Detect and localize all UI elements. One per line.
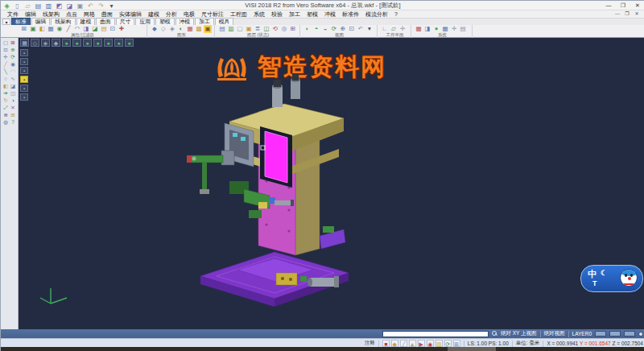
shaded-view-icon[interactable]: ◆ bbox=[151, 25, 159, 33]
menu-item[interactable]: 分析 bbox=[163, 10, 180, 18]
ime-mode-button[interactable]: 中 bbox=[588, 268, 597, 280]
maximize-button[interactable]: ❐ bbox=[616, 1, 630, 10]
mdi-minimize-button[interactable]: — bbox=[613, 10, 622, 18]
material-icon[interactable]: ▩ bbox=[195, 25, 203, 33]
minimize-button[interactable]: — bbox=[601, 1, 616, 10]
zoom-window-tool-icon[interactable]: ⊡ bbox=[2, 47, 9, 53]
menu-item[interactable]: 点云 bbox=[63, 10, 80, 18]
menu-item[interactable]: 文件 bbox=[4, 10, 22, 18]
state-restore-icon[interactable]: ⟲ bbox=[271, 25, 279, 33]
attributes-icon[interactable]: ▣ bbox=[29, 25, 37, 33]
menu-item[interactable]: 加工 bbox=[286, 10, 303, 18]
ime-skin-icon[interactable]: T bbox=[592, 279, 597, 287]
hidden-line-icon[interactable]: ◈ bbox=[168, 25, 176, 33]
highlight-icon[interactable]: ▣ bbox=[204, 25, 212, 33]
annotation-toggle[interactable]: 注释 bbox=[365, 340, 375, 347]
menu-item[interactable]: 模流分析 bbox=[362, 10, 391, 18]
point-tool-icon[interactable]: ◉ bbox=[10, 61, 16, 68]
filter-points-icon[interactable]: ◉ bbox=[56, 25, 64, 33]
solid-tool-icon[interactable]: ◪ bbox=[10, 83, 16, 89]
front-view-icon[interactable]: ◒ bbox=[321, 25, 329, 33]
info-tool-icon[interactable]: ◍ bbox=[2, 119, 9, 126]
rotate-view-tool-icon[interactable]: ⟳ bbox=[10, 54, 16, 60]
crosshair-icon[interactable]: ⊞ bbox=[453, 340, 460, 347]
iso-view-icon[interactable]: ◐ bbox=[303, 25, 312, 33]
pencil-icon[interactable]: ╱ bbox=[400, 340, 407, 347]
menu-item[interactable]: 曲面 bbox=[98, 10, 116, 18]
erase-icon[interactable]: ⊠ bbox=[20, 25, 28, 33]
mdi-close-button[interactable]: ✕ bbox=[632, 10, 642, 18]
named-views-icon[interactable]: ▾ bbox=[365, 25, 374, 33]
printer-icon[interactable]: ▤ bbox=[459, 25, 467, 33]
move-tool-icon[interactable]: ➔ bbox=[2, 90, 9, 97]
scale-tool-icon[interactable]: ⤢ bbox=[2, 105, 9, 111]
quick-select-icon[interactable]: ✚ bbox=[118, 25, 126, 33]
trim-tool-icon[interactable]: ✕ bbox=[10, 105, 16, 111]
menu-item[interactable]: ? bbox=[391, 10, 401, 18]
menu-item[interactable]: 工程图 bbox=[227, 10, 250, 18]
screenshot-icon[interactable]: ◨ bbox=[423, 25, 431, 33]
line-tool-icon[interactable]: ╲ bbox=[2, 68, 9, 75]
view-status[interactable]: 绝对视图 bbox=[544, 330, 565, 337]
mirror-tool-icon[interactable]: ◑ bbox=[10, 97, 16, 104]
menu-item[interactable]: 线架构 bbox=[39, 10, 63, 18]
layer-status[interactable]: LAYER0 bbox=[572, 331, 592, 337]
wireframe-view-icon[interactable]: ◇ bbox=[159, 25, 167, 33]
taskbar-active-app[interactable] bbox=[448, 347, 496, 351]
attribute-brush-icon[interactable]: ◧ bbox=[38, 25, 46, 33]
refresh-icon[interactable]: ⟳ bbox=[444, 340, 452, 347]
ime-moon-icon[interactable]: ☾ bbox=[601, 269, 607, 277]
close-button[interactable]: ✕ bbox=[630, 1, 644, 10]
top-view-icon[interactable]: ◓ bbox=[312, 25, 320, 33]
menu-item[interactable]: 电极 bbox=[180, 10, 198, 18]
color-table-icon[interactable]: ▦ bbox=[186, 25, 194, 33]
menu-item[interactable]: 建模 bbox=[145, 10, 163, 18]
ime-toolbar[interactable]: 中 ☾ T bbox=[580, 265, 643, 292]
copy-tool-icon[interactable]: ◫ bbox=[10, 90, 16, 97]
layer-on-icon[interactable]: ▥ bbox=[227, 25, 235, 33]
zoom-fit-tool-icon[interactable]: ⊕ bbox=[10, 47, 16, 53]
measure-tool-icon[interactable]: ╱ bbox=[2, 61, 9, 68]
flag-icon[interactable]: ▲ bbox=[409, 340, 416, 347]
help-tool-icon[interactable]: ? bbox=[10, 119, 16, 126]
color-swatch-icon[interactable]: ■ bbox=[382, 340, 390, 347]
menu-item[interactable]: 塑模 bbox=[303, 10, 321, 18]
menu-item[interactable]: 编辑 bbox=[22, 10, 39, 18]
tools-icon[interactable]: ✛ bbox=[450, 25, 458, 33]
rotate-tool-icon[interactable]: ↻ bbox=[2, 97, 9, 104]
workplane-status[interactable]: 绝对 XY 上视图 bbox=[501, 330, 537, 337]
selection-mask-icon[interactable]: ⊡ bbox=[109, 25, 117, 33]
paintbrush-icon[interactable]: ◆ bbox=[391, 340, 398, 347]
arc-tool-icon[interactable]: ◠ bbox=[10, 68, 16, 75]
layer-new-icon[interactable]: ▤ bbox=[218, 25, 226, 33]
search-icon[interactable] bbox=[492, 331, 497, 337]
marker-icon[interactable]: ◉ bbox=[427, 340, 434, 347]
toolbar-dropdown-button[interactable]: ▾ bbox=[2, 19, 10, 25]
curve-tool-icon[interactable]: ∿ bbox=[10, 76, 16, 82]
zoom-window-icon[interactable]: ⊡ bbox=[348, 25, 356, 33]
menu-item[interactable]: 标准件 bbox=[339, 10, 362, 18]
menu-item[interactable]: 冲模 bbox=[321, 10, 339, 18]
menu-item[interactable]: 尺寸标注 bbox=[198, 10, 227, 18]
film-icon[interactable]: ▥ bbox=[436, 340, 443, 347]
menu-item[interactable]: 实体编辑 bbox=[116, 10, 145, 18]
erase-tool-icon[interactable]: ⊠ bbox=[10, 39, 16, 46]
filter-all-icon[interactable]: ▦ bbox=[47, 25, 55, 33]
viewport-3d[interactable]: ▦◇◈◆●●●●●●● ▪▪▪▪▪▪ 智造资料网 bbox=[19, 38, 644, 329]
layer-off-icon[interactable]: ▢ bbox=[236, 25, 244, 33]
mdi-restore-button[interactable]: ❐ bbox=[622, 10, 632, 18]
menu-item[interactable]: 系统 bbox=[250, 10, 268, 18]
circle-tool-icon[interactable]: ○ bbox=[2, 76, 9, 82]
transport-icon[interactable]: ▶ bbox=[418, 340, 425, 347]
previous-view-icon[interactable]: ↶ bbox=[357, 25, 365, 33]
isolate-icon[interactable]: ◎ bbox=[280, 25, 288, 33]
menu-item[interactable]: 校验 bbox=[268, 10, 286, 18]
groups-tool-icon[interactable]: ⊞ bbox=[10, 112, 16, 118]
layers-tool-icon[interactable]: ≣ bbox=[2, 112, 9, 118]
select-tool-icon[interactable]: ▢ bbox=[2, 39, 9, 46]
os-taskbar[interactable] bbox=[1, 347, 644, 351]
group-icon[interactable]: ⊞ bbox=[289, 25, 297, 33]
search-input[interactable] bbox=[382, 331, 489, 337]
surface-tool-icon[interactable]: ◧ bbox=[2, 83, 9, 89]
palette-icon[interactable]: ▦ bbox=[415, 25, 423, 33]
